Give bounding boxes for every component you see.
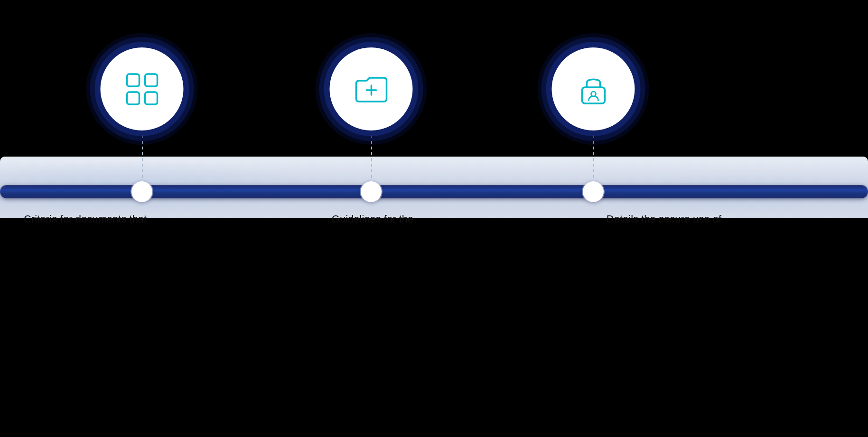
icon-bubble-1[interactable] — [101, 47, 184, 130]
svg-rect-6 — [582, 87, 605, 103]
svg-point-7 — [591, 92, 596, 96]
slider-thumb-1[interactable] — [131, 181, 152, 202]
slider-thumb-2[interactable] — [361, 181, 382, 202]
icon-bubble-2[interactable] — [330, 47, 413, 130]
grid-icon — [123, 70, 161, 108]
svg-rect-1 — [145, 74, 157, 86]
svg-rect-0 — [127, 74, 139, 86]
folder-plus-icon — [352, 70, 390, 108]
slider-thumb-3[interactable] — [583, 181, 604, 202]
label-group-3: Details the secure use of — [484, 211, 721, 227]
lock-user-icon — [574, 70, 612, 108]
connector-line-1 — [142, 135, 143, 187]
slider-track[interactable] — [0, 185, 868, 198]
svg-rect-2 — [127, 92, 139, 104]
svg-rect-3 — [145, 92, 157, 104]
label-1-text: Criteria for documents that — [24, 213, 147, 225]
scene: Criteria for documents that Guidelines f… — [0, 0, 868, 437]
connector-line-3 — [593, 135, 594, 187]
label-group-1: Criteria for documents that — [24, 211, 252, 227]
label-3-text: Details the secure use of — [607, 213, 721, 225]
label-group-2: Guidelines for the — [259, 211, 486, 227]
connector-line-2 — [371, 135, 372, 187]
label-2-text: Guidelines for the — [332, 213, 413, 225]
icon-bubble-3[interactable] — [552, 47, 635, 130]
